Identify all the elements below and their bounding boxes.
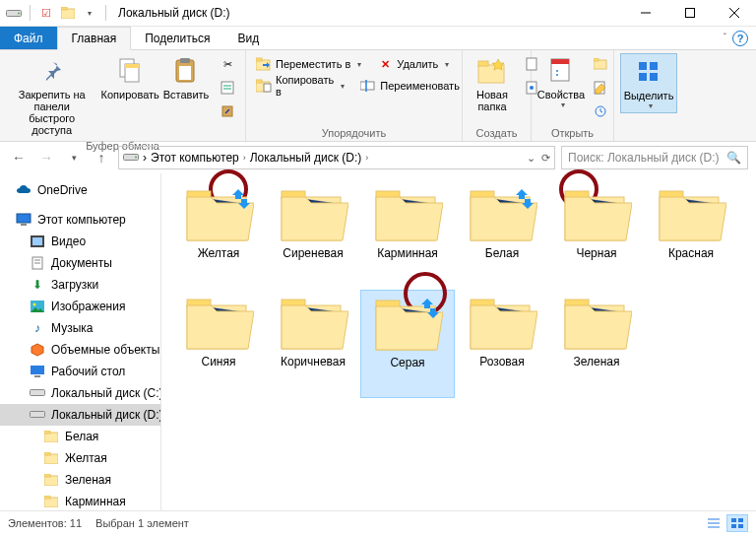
folder-icon bbox=[561, 294, 632, 351]
tree-folder-green[interactable]: Зеленая bbox=[0, 469, 160, 491]
content-pane[interactable]: Желтая Сиреневая Карминная bbox=[161, 173, 756, 510]
refresh-icon[interactable]: ⟳ bbox=[541, 152, 550, 165]
paste-shortcut-button[interactable] bbox=[216, 100, 239, 122]
tree-music[interactable]: ♪Музыка bbox=[0, 317, 160, 339]
svg-rect-12 bbox=[180, 58, 190, 63]
up-button[interactable]: ↑ bbox=[91, 147, 112, 168]
folder-item[interactable]: Сиреневая bbox=[266, 181, 360, 290]
recent-locations-button[interactable]: ▾ bbox=[63, 147, 85, 168]
path-icon bbox=[220, 80, 235, 96]
tree-documents[interactable]: Документы bbox=[0, 252, 160, 274]
tree-folder-white[interactable]: Белая bbox=[0, 426, 160, 447]
copy-path-button[interactable] bbox=[216, 77, 239, 99]
details-view-button[interactable] bbox=[703, 514, 724, 532]
folder-item[interactable]: Красная bbox=[644, 181, 738, 290]
rename-button[interactable]: Переименовать bbox=[356, 75, 464, 97]
tree-pictures[interactable]: Изображения bbox=[0, 296, 160, 317]
svg-rect-58 bbox=[44, 431, 50, 434]
address-bar[interactable]: › Этот компьютер› Локальный диск (D:)› ⌄… bbox=[118, 146, 555, 169]
svg-rect-22 bbox=[264, 84, 271, 92]
svg-rect-38 bbox=[639, 62, 647, 70]
svg-rect-148 bbox=[738, 524, 743, 528]
breadcrumb-thispc[interactable]: Этот компьютер› bbox=[151, 151, 246, 165]
breadcrumb-drive[interactable]: Локальный диск (D:)› bbox=[250, 151, 369, 165]
copy-button[interactable]: Копировать bbox=[101, 53, 158, 102]
svg-rect-146 bbox=[738, 518, 743, 522]
status-bar: Элементов: 11 Выбран 1 элемент bbox=[0, 510, 756, 534]
open-button[interactable] bbox=[589, 53, 612, 75]
folder-label: Розовая bbox=[479, 355, 524, 368]
qat-check-icon[interactable]: ☑ bbox=[38, 5, 54, 21]
folder-icon bbox=[278, 294, 348, 351]
shortcut-icon bbox=[220, 103, 235, 119]
folder-icon bbox=[372, 185, 443, 242]
folder-label: Желтая bbox=[198, 246, 240, 260]
delete-button[interactable]: ✕Удалить bbox=[373, 53, 453, 75]
forward-button[interactable]: → bbox=[35, 147, 57, 168]
new-folder-button[interactable]: Новая папка bbox=[469, 53, 516, 114]
folder-item[interactable]: Зеленая bbox=[549, 290, 644, 398]
dropdown-icon[interactable]: ⌄ bbox=[527, 152, 536, 165]
tree-videos[interactable]: Видео bbox=[0, 231, 160, 252]
qat-folder-icon[interactable] bbox=[60, 5, 76, 21]
folder-item[interactable]: Черная bbox=[549, 181, 644, 290]
ribbon-group-select bbox=[620, 137, 677, 139]
help-icon[interactable]: ? bbox=[732, 31, 748, 46]
objects3d-icon bbox=[30, 342, 45, 358]
folder-item[interactable]: Синяя bbox=[171, 290, 266, 398]
close-button[interactable] bbox=[712, 0, 756, 27]
svg-rect-3 bbox=[61, 7, 67, 10]
properties-button[interactable]: Свойства bbox=[537, 53, 585, 111]
music-icon: ♪ bbox=[30, 320, 45, 336]
back-button[interactable]: ← bbox=[8, 147, 30, 168]
tree-onedrive[interactable]: OneDrive bbox=[0, 179, 160, 201]
svg-rect-39 bbox=[650, 62, 658, 70]
large-icons-view-button[interactable] bbox=[726, 514, 748, 532]
move-to-button[interactable]: Переместить в bbox=[252, 53, 365, 75]
tab-home[interactable]: Главная bbox=[57, 27, 132, 50]
scissors-icon: ✂ bbox=[220, 56, 235, 72]
folder-item[interactable]: Розовая bbox=[455, 290, 549, 398]
onedrive-icon bbox=[16, 182, 32, 198]
navigation-tree[interactable]: OneDrive Этот компьютер Видео Документы … bbox=[0, 173, 161, 510]
ribbon-tabs: Файл Главная Поделиться Вид ˇ ? bbox=[0, 27, 756, 50]
svg-point-52 bbox=[33, 303, 36, 306]
cut-button[interactable]: ✂ bbox=[216, 53, 239, 75]
pin-to-quick-access-button[interactable]: Закрепить на панели быстрого доступа bbox=[6, 53, 97, 138]
copy-to-button[interactable]: Копировать в bbox=[252, 75, 348, 97]
history-button[interactable] bbox=[589, 100, 612, 122]
properties-icon bbox=[545, 55, 577, 87]
ribbon-collapse-icon[interactable]: ˇ bbox=[724, 33, 726, 43]
tree-folder-yellow[interactable]: Желтая bbox=[0, 447, 160, 469]
folder-icon bbox=[43, 429, 59, 444]
tree-downloads[interactable]: ⬇Загрузки bbox=[0, 274, 160, 296]
folder-item[interactable]: Серая bbox=[360, 290, 455, 398]
svg-rect-10 bbox=[125, 64, 139, 68]
maximize-button[interactable] bbox=[667, 0, 712, 27]
ribbon-group-open: Открыть bbox=[537, 125, 607, 139]
tree-ddrive[interactable]: Локальный диск (D:) bbox=[0, 404, 160, 426]
tab-view[interactable]: Вид bbox=[223, 27, 273, 49]
minimize-button[interactable] bbox=[623, 0, 667, 27]
qat-dropdown-icon[interactable]: ▾ bbox=[82, 5, 97, 21]
tab-share[interactable]: Поделиться bbox=[131, 27, 223, 49]
tree-desktop[interactable]: Рабочий стол bbox=[0, 361, 160, 382]
paste-button[interactable]: Вставить bbox=[162, 53, 210, 102]
desktop-icon bbox=[30, 364, 45, 379]
folder-item[interactable]: Коричневая bbox=[266, 290, 360, 398]
select-button[interactable]: Выделить bbox=[620, 53, 677, 113]
edit-button[interactable] bbox=[589, 77, 612, 99]
tree-folder-carmine[interactable]: Карминная bbox=[0, 491, 160, 510]
svg-rect-55 bbox=[31, 390, 45, 396]
tree-thispc[interactable]: Этот компьютер bbox=[0, 209, 160, 231]
folder-label: Белая bbox=[485, 246, 519, 260]
tree-3d-objects[interactable]: Объемные объекты bbox=[0, 339, 160, 361]
tree-cdrive[interactable]: Локальный диск (C:) bbox=[0, 382, 160, 404]
folder-item[interactable]: Желтая bbox=[171, 181, 266, 290]
folder-item[interactable]: Белая bbox=[455, 181, 549, 290]
ribbon: Закрепить на панели быстрого доступа Коп… bbox=[0, 50, 756, 142]
folder-item[interactable]: Карминная bbox=[360, 181, 455, 290]
svg-rect-40 bbox=[639, 73, 647, 81]
tab-file[interactable]: Файл bbox=[0, 27, 57, 49]
search-box[interactable]: Поиск: Локальный диск (D:) 🔍 bbox=[561, 146, 748, 169]
